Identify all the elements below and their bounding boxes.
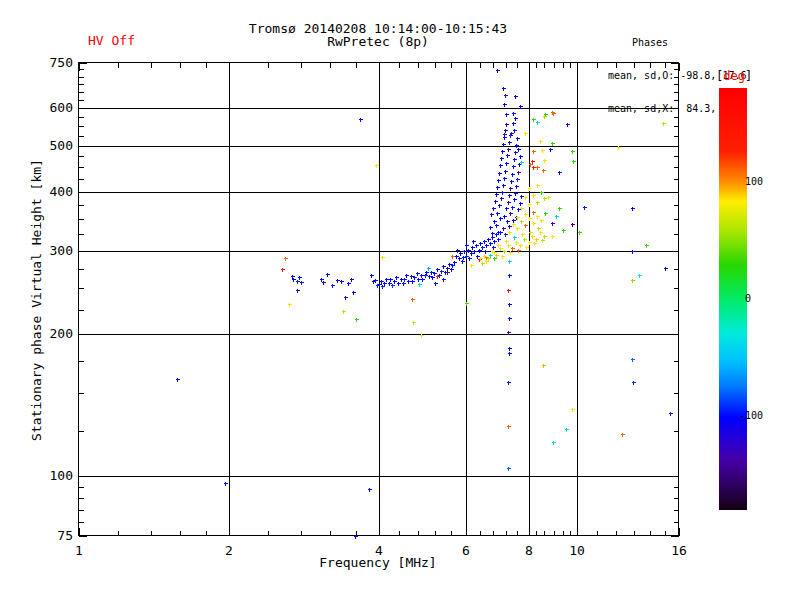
data-point — [541, 239, 545, 243]
data-point — [544, 212, 548, 216]
data-point — [514, 95, 518, 99]
data-point — [402, 282, 406, 286]
data-point — [518, 163, 522, 167]
data-point — [344, 296, 348, 300]
data-point — [498, 172, 502, 176]
y-axis-label: Stationary phase Virtual Height [km] — [29, 159, 44, 441]
data-point — [503, 133, 507, 137]
data-point — [427, 267, 431, 271]
data-point — [501, 255, 505, 259]
data-point — [458, 257, 462, 261]
data-point — [532, 118, 536, 122]
data-point — [495, 254, 499, 258]
data-point — [519, 202, 523, 206]
data-point — [540, 191, 544, 195]
data-point — [528, 217, 532, 221]
data-point — [512, 219, 516, 223]
data-point — [531, 235, 535, 239]
data-point — [492, 207, 496, 211]
data-point — [504, 233, 508, 237]
data-point — [411, 280, 415, 284]
data-point — [479, 242, 483, 246]
data-point — [504, 170, 508, 174]
data-point — [528, 187, 532, 191]
data-point — [510, 180, 514, 184]
data-point — [500, 197, 504, 201]
data-point — [508, 225, 512, 229]
data-point — [513, 236, 517, 240]
data-point — [475, 244, 479, 248]
data-point — [542, 364, 546, 368]
data-point — [512, 223, 516, 227]
data-point — [524, 213, 528, 217]
data-point — [288, 303, 292, 307]
data-point — [547, 196, 551, 200]
data-point — [450, 268, 454, 272]
data-point — [507, 381, 511, 385]
data-point — [485, 260, 489, 264]
data-point — [495, 193, 499, 197]
data-point — [298, 276, 302, 280]
data-point — [504, 94, 508, 98]
data-point — [512, 122, 516, 126]
data-point — [525, 246, 529, 250]
data-point — [540, 219, 544, 223]
data-point — [539, 140, 543, 144]
data-point — [489, 242, 493, 246]
y-tick-label: 750 — [50, 55, 73, 70]
phase-stats-title: Phases — [608, 37, 746, 48]
data-point — [407, 280, 411, 284]
data-point — [497, 244, 501, 248]
data-point — [504, 129, 508, 133]
data-point — [499, 164, 503, 168]
data-point — [632, 381, 636, 385]
data-point — [524, 132, 528, 136]
data-point — [516, 227, 520, 231]
data-point — [631, 207, 635, 211]
colorbar-gradient — [719, 88, 747, 510]
data-point — [403, 278, 407, 282]
data-point — [440, 270, 444, 274]
data-point — [326, 273, 330, 277]
data-point — [508, 231, 512, 235]
data-point — [421, 278, 425, 282]
data-point — [498, 204, 502, 208]
data-point — [505, 113, 509, 117]
data-point — [459, 252, 463, 256]
data-point — [453, 261, 457, 265]
data-point — [491, 232, 495, 236]
colorbar-tick-label: 0 — [745, 293, 751, 304]
data-point — [493, 257, 497, 261]
colorbar-tick-label: 100 — [745, 176, 763, 187]
data-point — [508, 141, 512, 145]
data-point — [347, 282, 351, 286]
data-point — [497, 179, 501, 183]
data-point — [520, 220, 524, 224]
data-point — [508, 317, 512, 321]
data-point — [501, 150, 505, 154]
data-point — [502, 227, 506, 231]
data-point — [418, 283, 422, 287]
x-axis-label: Frequency [MHz] — [0, 555, 756, 570]
data-point — [506, 154, 510, 158]
data-point — [578, 231, 582, 235]
data-point — [508, 303, 512, 307]
data-point — [519, 155, 523, 159]
data-point — [552, 441, 556, 445]
data-point — [515, 241, 519, 245]
data-point — [481, 246, 485, 250]
data-point — [511, 247, 515, 251]
data-point — [528, 241, 532, 245]
data-point — [446, 267, 450, 271]
data-point — [532, 211, 536, 215]
colorbar-title: [deg] — [716, 69, 752, 83]
data-point — [508, 347, 512, 351]
data-point — [551, 222, 555, 226]
data-point — [513, 198, 517, 202]
data-point — [566, 123, 570, 127]
data-point — [412, 321, 416, 325]
data-point — [499, 247, 503, 251]
data-point — [509, 212, 513, 216]
data-point — [631, 250, 635, 254]
data-point — [471, 246, 475, 250]
